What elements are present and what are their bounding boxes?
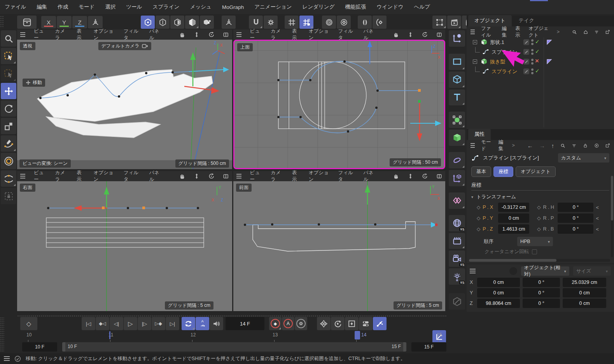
rotation-x-field[interactable]: 0 ° [523,278,560,287]
rotate-view-icon[interactable] [208,173,215,180]
vp-menu-options[interactable]: オプション [93,28,115,41]
menu-mode[interactable]: モード [79,4,94,10]
tree-row-spline1[interactable]: スプライン ✓ [467,47,614,57]
spline-smooth-tool-button[interactable] [1,170,16,187]
tab-basic[interactable]: 基本 [471,166,491,177]
py-field[interactable]: 0 cm [498,214,529,223]
export-icon[interactable] [605,29,610,35]
vp-menu-options[interactable]: オプション [309,28,330,41]
lock-z-axis-button[interactable]: Z [72,16,87,28]
next-key-button[interactable]: ▷◆ [152,317,165,330]
locked-selection-button[interactable] [1,188,16,204]
rotate-view-icon[interactable] [208,31,215,38]
menu-tools[interactable]: ツール [126,4,142,10]
disable-cross-icon[interactable]: × [535,57,539,65]
key-circle-icon[interactable]: ◇ [477,205,480,210]
prev-key-button[interactable]: ◆◁ [96,317,109,330]
menu-help[interactable]: ヘルプ [414,4,430,10]
om-menu-edit[interactable]: 編集 [502,25,509,38]
modeling-rings-button[interactable] [322,16,336,29]
play-button[interactable]: ▷ [124,317,137,330]
maximize-view-icon[interactable] [436,31,442,38]
menu-mograph[interactable]: MoGraph [222,4,244,10]
prev-frame-button[interactable]: ◁| [110,317,123,330]
object-axis-mode-button[interactable] [200,16,214,29]
key-pla-button[interactable] [373,317,387,330]
layer-toggle-icon[interactable] [523,68,529,74]
light-object-button[interactable]: ST [449,268,465,285]
expand-toggle-icon[interactable] [473,40,477,44]
autokey-bars-button[interactable]: A [196,317,209,330]
layer-toggle-icon[interactable] [523,49,529,55]
symmetry-toggle-button[interactable] [358,16,372,29]
key-rotation-button[interactable] [331,317,345,330]
menu-animation[interactable]: アニメーション [254,4,292,10]
zoom-view-icon[interactable] [408,31,413,38]
visibility-dots-icon[interactable] [531,49,534,55]
timeline-left-handle[interactable] [0,317,5,352]
history-back-icon[interactable]: ← [527,142,533,149]
spline-primitive-button[interactable] [449,54,465,70]
pan-view-icon[interactable] [179,173,185,180]
vp-menu-panel[interactable]: パネル [363,28,376,41]
om-menu-more[interactable]: > [557,29,560,35]
lock-x-axis-button[interactable]: X [41,16,56,28]
key-circle-icon[interactable]: ◇ [477,226,480,232]
vp-menu-display[interactable]: 表示 [77,28,85,41]
vp-menu-filter[interactable]: フィルタ [338,170,355,183]
position-z-field[interactable]: 98.8064 cm [477,299,520,308]
vp-menu-display[interactable]: 表示 [77,170,85,183]
camera-object-button[interactable]: ST [449,250,465,267]
preview-range-slider[interactable]: 10 F 15 F [62,342,406,352]
key-scale-button[interactable] [345,317,359,330]
export-icon[interactable] [605,142,610,149]
history-forward-icon[interactable]: → [539,142,545,149]
extrude-generator-button[interactable] [449,130,465,146]
viewport-perspective[interactable]: ビュー カメラ 表示 オプション フィルタ パネル [17,30,232,169]
transform-group-header[interactable]: ▾ トランスフォーム [467,193,614,203]
lock-icon[interactable] [583,142,588,149]
current-frame-field[interactable]: 14 F [226,317,264,330]
key-circle-icon[interactable]: ◇ [537,215,541,221]
tab-object[interactable]: オブジェクト [516,166,556,177]
pz-field[interactable]: 1.4613 cm [498,224,529,234]
menu-mesh[interactable]: メッシュ [190,4,212,10]
key-position-button[interactable] [317,317,331,330]
pan-view-icon[interactable] [393,31,399,38]
expand-toggle-icon[interactable] [473,60,477,64]
viewport-top[interactable]: ビュー カメラ 表示 オプション フィルタ パネル [233,30,445,169]
coords-mode-dropdown[interactable]: オブジェクト(相対)▾ [521,266,569,276]
key-circle-icon[interactable]: ◇ [537,205,541,210]
coords-size-dropdown[interactable]: サイズ▾ [573,266,611,276]
am-menu-more[interactable]: > [512,143,515,148]
enable-axis-button[interactable] [222,16,236,29]
snap-toggle-button[interactable] [249,16,263,29]
maximize-view-icon[interactable] [223,173,229,180]
quaternion-checkbox[interactable] [532,249,537,254]
enable-check-icon[interactable]: ✓ [535,38,540,45]
vp-menu-options[interactable]: オプション [309,170,330,183]
coordinate-system-button[interactable] [88,16,103,28]
range-start-field[interactable]: 10 F [22,342,57,352]
stage-film-button[interactable] [449,233,465,249]
vp-menu-view[interactable]: ビュー [34,28,47,41]
circle-spline-tool-button[interactable] [1,153,16,169]
model-mode-button[interactable] [185,16,199,29]
viewport-front-canvas[interactable]: Y X 前面 グリッド間隔 : 5 cm [233,181,445,311]
viewport-top-canvas[interactable]: Z X 上面 グリッド間隔 : 50 cm [233,40,445,169]
vp-menu-camera[interactable]: カメラ [271,170,283,183]
vp-menu-view[interactable]: ビュー [250,28,262,41]
viewport-front[interactable]: ビュー カメラ 表示 オプション フィルタ パネル [233,171,445,311]
deformer-button[interactable] [449,152,465,168]
menu-file[interactable]: ファイル [5,4,26,10]
vp-menu-display[interactable]: 表示 [292,28,300,41]
record-keyframe-button[interactable]: ◆ [269,317,282,330]
tab-coordinates[interactable]: 座標 [493,166,513,177]
coords-menu-icon[interactable] [470,271,476,271]
find-tool-button[interactable] [1,30,16,47]
vp-menu-view[interactable]: ビュー [34,170,47,183]
viewport-perspective-canvas[interactable]: X Z 透視 デフォルトカメラ 移動 ビューの変換: シーン グリッド間隔 : … [17,40,232,169]
zoom-view-icon[interactable] [194,31,200,38]
home-icon[interactable] [583,29,588,35]
am-menu-mode[interactable]: モード [481,139,492,152]
